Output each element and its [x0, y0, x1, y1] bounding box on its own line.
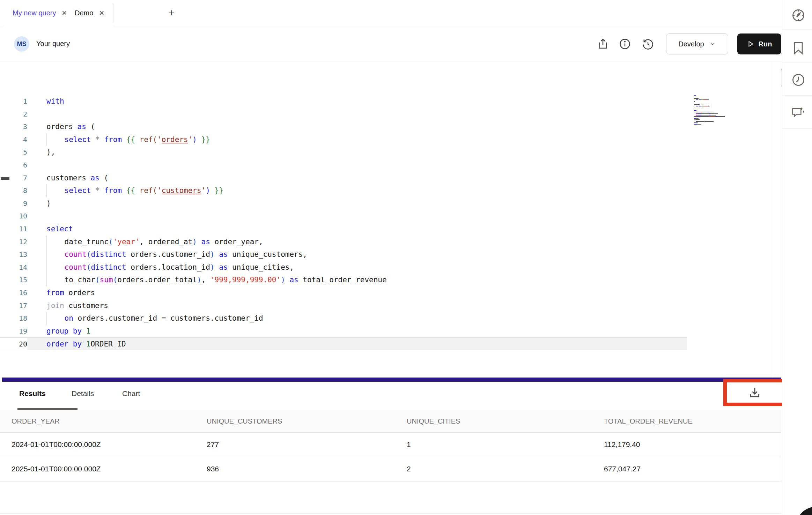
history-icon[interactable] — [642, 38, 654, 50]
code-token: ORDER_ID — [90, 340, 126, 348]
code-text: customers as ( — [27, 172, 108, 185]
code-token: from — [46, 289, 64, 297]
code-line[interactable]: 4 select * from {{ ref('orders') }} — [0, 133, 771, 146]
download-button[interactable] — [748, 386, 762, 400]
code-token — [100, 186, 104, 195]
code-line[interactable]: 1with — [0, 95, 771, 108]
code-line[interactable]: 17join customers — [0, 299, 771, 312]
code-token: {{ — [126, 186, 135, 195]
minimap-token — [701, 115, 709, 115]
minimap-token — [701, 113, 709, 114]
code-token: count — [65, 250, 87, 259]
code-token: = — [162, 314, 166, 322]
minimap-token — [698, 124, 701, 125]
results-tab-bar: ResultsDetailsChart — [0, 382, 781, 410]
code-token: orders.customer_id — [126, 250, 210, 259]
minimap-line — [694, 110, 730, 111]
right-sidebar — [782, 0, 812, 515]
line-number: 19 — [0, 325, 27, 338]
line-number: 4 — [0, 133, 27, 146]
minimap-line — [694, 122, 730, 123]
code-text: count(distinct orders.customer_id) as un… — [27, 248, 307, 261]
results-tab-results[interactable]: Results — [19, 389, 46, 398]
code-token — [91, 135, 95, 144]
code-token: date_trunc — [47, 238, 109, 246]
table-cell: 2025-01-01T00:00:00.000Z — [12, 465, 101, 473]
code-line[interactable]: 6 — [0, 159, 771, 172]
results-tab-chart[interactable]: Chart — [122, 389, 140, 398]
bookmark-icon[interactable] — [791, 40, 806, 56]
code-token — [100, 135, 104, 144]
code-token: to_char — [47, 276, 95, 284]
code-line[interactable]: 16from orders — [0, 286, 771, 299]
code-token: customers — [46, 174, 90, 182]
line-number: 8 — [0, 184, 27, 197]
column-header: UNIQUE_CITIES — [407, 417, 460, 425]
line-number: 16 — [0, 286, 27, 299]
code-line[interactable]: 20order by 1ORDER_ID — [0, 337, 687, 350]
chat-sparkle-icon[interactable] — [791, 105, 806, 120]
code-token: customers.customer_id — [166, 314, 263, 322]
table-row[interactable]: 2024-01-01T00:00:00.000Z2771112,179.40 — [0, 433, 781, 457]
code-line[interactable]: 8 select * from {{ ref('customers') }} — [0, 184, 771, 197]
info-icon[interactable] — [619, 38, 631, 50]
code-line[interactable]: 11select — [0, 223, 771, 236]
clock-icon[interactable] — [791, 72, 806, 88]
code-line[interactable]: 13 count(distinct orders.customer_id) as… — [0, 248, 771, 261]
highlight-annotation-box — [723, 379, 786, 406]
avatar[interactable]: MS — [14, 36, 29, 52]
minimap-token — [694, 116, 699, 117]
minimap-line — [694, 116, 730, 117]
add-tab-button[interactable]: + — [168, 7, 175, 19]
share-icon[interactable] — [597, 38, 609, 50]
code-token: orders.location_id — [126, 263, 210, 271]
editor-minimap[interactable] — [694, 95, 730, 127]
minimap-token — [709, 106, 710, 106]
code-token: , — [201, 276, 210, 284]
line-number: 9 — [0, 197, 27, 210]
code-token — [47, 314, 65, 322]
code-token — [47, 135, 65, 144]
code-token: }} — [201, 135, 210, 144]
results-tab-details[interactable]: Details — [72, 389, 94, 398]
run-button[interactable]: Run — [737, 33, 781, 54]
panel-resize-divider[interactable] — [2, 378, 781, 382]
code-token: with — [46, 97, 64, 105]
results-table: ORDER_YEARUNIQUE_CUSTOMERSUNIQUE_CITIEST… — [0, 410, 781, 482]
tab-demo[interactable]: Demo ✕ — [66, 0, 113, 26]
line-number: 15 — [0, 274, 27, 286]
close-icon[interactable]: ✕ — [99, 9, 104, 17]
code-line[interactable]: 19group by 1 — [0, 325, 771, 338]
minimap-token — [704, 99, 707, 100]
develop-dropdown[interactable]: Develop — [666, 33, 728, 54]
code-line[interactable]: 9) — [0, 197, 771, 210]
code-line[interactable]: 18 on orders.customer_id = customers.cus… — [0, 312, 771, 325]
line-number: 6 — [0, 159, 27, 172]
code-text: on orders.customer_id = customers.custom… — [27, 312, 263, 325]
compass-icon[interactable] — [791, 8, 806, 23]
sql-editor[interactable]: 1with23orders as (4 select * from {{ ref… — [0, 61, 771, 378]
editor-scrollbar-thumb[interactable] — [1, 177, 9, 180]
code-line[interactable]: 10 — [0, 210, 771, 223]
minimap-token — [694, 107, 694, 108]
code-token: ) — [46, 199, 51, 208]
line-number: 18 — [0, 312, 27, 325]
minimap-token — [694, 112, 700, 112]
table-cell: 677,047.27 — [604, 465, 641, 473]
editor-scrollbar-track[interactable] — [771, 61, 781, 378]
code-line[interactable]: 5), — [0, 146, 771, 159]
minimap-token — [697, 98, 698, 99]
minimap-token — [709, 112, 714, 112]
code-line[interactable]: 14 count(distinct orders.location_id) as… — [0, 261, 771, 274]
sidebar-divider — [782, 128, 812, 129]
minimap-line — [694, 115, 730, 115]
code-line[interactable]: 7customers as ( — [0, 172, 771, 185]
column-header: TOTAL_ORDER_REVENUE — [604, 417, 693, 425]
code-line[interactable]: 12 date_trunc('year', ordered_at) as ord… — [0, 236, 771, 248]
minimap-token — [709, 116, 715, 117]
table-row[interactable]: 2025-01-01T00:00:00.000Z9362677,047.27 — [0, 457, 781, 482]
minimap-token — [696, 121, 704, 122]
code-line[interactable]: 3orders as ( — [0, 120, 771, 133]
code-line[interactable]: 2 — [0, 108, 771, 121]
code-line[interactable]: 15 to_char(sum(orders.order_total), '999… — [0, 274, 771, 286]
